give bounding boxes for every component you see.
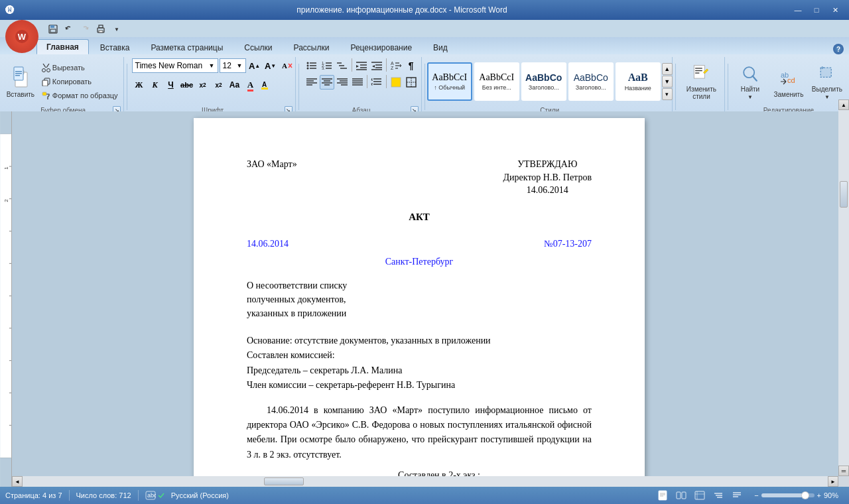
style-scroll-down[interactable]: ▼	[662, 76, 673, 88]
style-heading2[interactable]: AaBbCo Заголово...	[568, 62, 614, 101]
styles-gallery: AaBbCcI ↑ Обычный AaBbCcI Без инте... Aa…	[427, 62, 661, 101]
scroll-split-button[interactable]: ═	[838, 466, 849, 476]
strikethrough-button[interactable]: abc	[180, 78, 194, 92]
bold-button[interactable]: Ж	[132, 78, 147, 92]
style-no-spacing-preview: AaBbCcI	[479, 72, 514, 83]
font-name-value: Times New Roman	[135, 61, 203, 70]
close-button[interactable]: ✕	[826, 4, 844, 16]
shading-btn[interactable]	[389, 75, 403, 90]
svg-rect-20	[42, 80, 48, 86]
office-button[interactable]: W	[5, 20, 38, 53]
find-dropdown[interactable]: ▼	[748, 94, 753, 100]
cut-button[interactable]: Вырезать	[38, 62, 121, 74]
undo-quick-btn[interactable]	[62, 23, 76, 36]
copy-button[interactable]: Копировать	[38, 76, 121, 88]
highlight-color-btn[interactable]: A	[259, 78, 274, 92]
zoom-percentage[interactable]: 90%	[824, 491, 844, 499]
zoom-slider[interactable]	[761, 493, 815, 497]
spell-check[interactable]: abc	[145, 491, 164, 500]
svg-text:A: A	[391, 61, 394, 66]
zoom-in-btn[interactable]: +	[817, 491, 821, 499]
change-styles-button[interactable]: Изменить стили	[685, 62, 718, 101]
decrease-indent-btn[interactable]	[354, 58, 369, 73]
svg-rect-142	[659, 491, 667, 500]
multilevel-list-btn[interactable]	[335, 58, 350, 73]
help-button[interactable]: ?	[833, 44, 844, 54]
quick-access-dropdown[interactable]: ▼	[110, 23, 123, 36]
document-page[interactable]: ЗАО «Март» УТВЕРЖДАЮ Директор Н.В. Петро…	[194, 118, 645, 487]
font-color-btn[interactable]: A	[243, 78, 258, 92]
spell-check-mark-icon	[158, 492, 164, 499]
format-painter-button[interactable]: Формат по образцу	[38, 90, 121, 102]
zoom-out-btn[interactable]: −	[754, 491, 758, 499]
scroll-thumb-horizontal[interactable]	[264, 477, 304, 485]
commission-line: Составлен комиссией:	[247, 348, 592, 363]
font-size-selector[interactable]: 12 ▼	[220, 58, 246, 73]
bullets-btn[interactable]	[304, 58, 319, 73]
paste-button[interactable]: Вставить	[5, 60, 36, 103]
tab-insert[interactable]: Вставка	[90, 40, 140, 54]
scroll-left-button[interactable]: ◄	[12, 476, 23, 487]
font-size-dropdown-icon[interactable]: ▼	[237, 62, 243, 69]
decrease-font-btn[interactable]: A▼	[263, 58, 278, 73]
scroll-up-button[interactable]: ▲	[838, 99, 849, 110]
underline-button[interactable]: Ч	[164, 78, 178, 92]
zoom-slider-thumb[interactable]	[801, 491, 809, 499]
font-name-dropdown-icon[interactable]: ▼	[209, 62, 215, 69]
increase-font-btn[interactable]: A▲	[247, 58, 262, 73]
view-outline[interactable]	[712, 489, 725, 502]
view-web-layout[interactable]	[693, 489, 706, 502]
align-left-btn[interactable]	[304, 75, 319, 90]
tab-review[interactable]: Рецензирование	[340, 40, 422, 54]
show-formatting-btn[interactable]: ¶	[404, 58, 419, 73]
maximize-button[interactable]: □	[808, 4, 825, 16]
style-no-spacing[interactable]: AaBbCcI Без инте...	[474, 62, 519, 101]
print-quick-btn[interactable]	[94, 23, 107, 36]
minimize-button[interactable]: —	[789, 4, 807, 16]
tab-mailings[interactable]: Рассылки	[284, 40, 340, 54]
chairman-line: Председатель – секретарь Л.А. Малина	[247, 363, 592, 378]
tab-home[interactable]: Главная	[36, 39, 89, 54]
view-full-reading[interactable]	[675, 489, 688, 502]
svg-text:Z: Z	[391, 66, 394, 70]
select-dropdown[interactable]: ▼	[824, 94, 830, 100]
find-button[interactable]: Найти ▼	[734, 62, 767, 101]
style-heading1[interactable]: AaBbCo Заголово...	[521, 62, 566, 101]
scroll-track-horizontal[interactable]	[23, 476, 828, 487]
align-right-btn[interactable]	[335, 75, 350, 90]
replace-button[interactable]: abcd Заменить	[772, 62, 805, 101]
justify-btn[interactable]	[350, 75, 365, 90]
tab-page-layout[interactable]: Разметка страницы	[141, 40, 233, 54]
line-spacing-btn[interactable]	[369, 75, 384, 90]
style-normal[interactable]: AaBbCcI ↑ Обычный	[427, 62, 472, 101]
italic-button[interactable]: К	[148, 78, 163, 92]
style-title[interactable]: АаВ Название	[616, 62, 661, 101]
subscript-button[interactable]: x2	[196, 78, 210, 92]
cut-label: Вырезать	[52, 64, 85, 72]
save-quick-btn[interactable]	[46, 23, 60, 36]
font-name-selector[interactable]: Times New Roman ▼	[132, 58, 218, 73]
scroll-right-button[interactable]: ►	[828, 476, 838, 487]
select-button[interactable]: Выделить ▼	[811, 62, 844, 101]
clear-format-btn[interactable]: A	[279, 58, 294, 73]
select-label: Выделить	[812, 86, 842, 93]
subject-line-1: О несоответствии списку	[247, 279, 592, 292]
increase-indent-btn[interactable]	[369, 58, 384, 73]
align-center-btn[interactable]	[320, 75, 334, 90]
tab-view[interactable]: Вид	[423, 40, 458, 54]
redo-quick-btn[interactable]	[78, 23, 92, 36]
change-case-btn[interactable]: Аа	[228, 78, 242, 92]
style-scroll-up[interactable]: ▲	[662, 63, 673, 75]
view-print-layout[interactable]	[656, 489, 669, 502]
language[interactable]: Русский (Россия)	[171, 491, 229, 499]
numbering-btn[interactable]: 1.2.3.	[320, 58, 334, 73]
scroll-track-vertical[interactable]	[838, 110, 849, 466]
view-draft[interactable]	[730, 489, 744, 502]
style-scroll-more[interactable]: ▾	[662, 88, 673, 100]
borders-btn[interactable]	[404, 75, 419, 90]
svg-text:3.: 3.	[322, 66, 325, 70]
tab-references[interactable]: Ссылки	[234, 40, 282, 54]
superscript-button[interactable]: x2	[212, 78, 226, 92]
scroll-thumb-vertical[interactable]	[840, 181, 848, 208]
sort-btn[interactable]: AZ	[389, 58, 403, 73]
